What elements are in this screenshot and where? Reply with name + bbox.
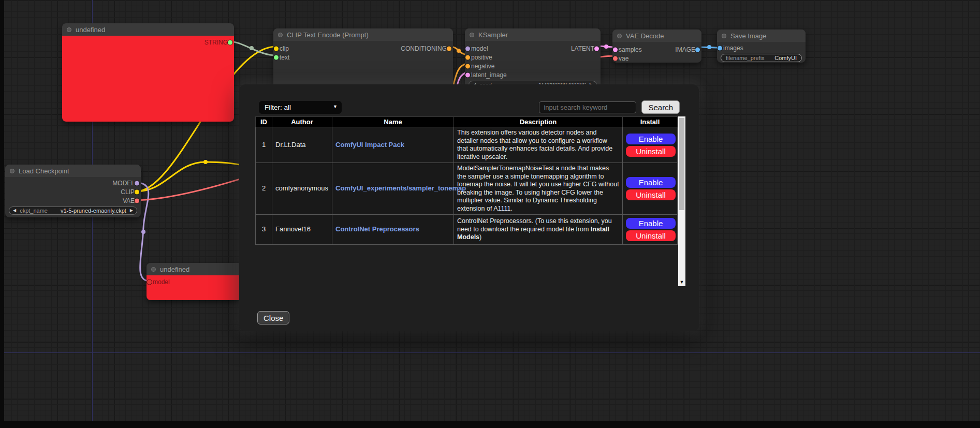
filename-prefix-label: filename_prefix <box>726 55 765 61</box>
output-label-string: STRING <box>204 39 228 46</box>
cell-author: Dr.Lt.Data <box>272 127 332 163</box>
column-header-author: Author <box>272 117 332 127</box>
table-scrollbar[interactable]: ▼ <box>678 116 685 286</box>
output-slot-clip[interactable] <box>135 189 139 194</box>
table-row: 3 Fannovel16 ControlNet Preprocessors Co… <box>256 215 678 245</box>
node-title: VAE Decode <box>626 32 664 40</box>
node-title: Save Image <box>730 32 766 40</box>
table-row: 2 comfyanonymous ComfyUI_experiments/sam… <box>256 163 678 215</box>
input-label-samples: samples <box>619 46 642 53</box>
node-undefined-bottom[interactable]: undefined model <box>147 263 242 300</box>
cell-description: This extension offers various detector n… <box>454 127 623 163</box>
next-arrow-icon[interactable]: ▶ <box>130 209 133 213</box>
input-label-model: model <box>153 278 170 286</box>
node-undefined-top[interactable]: undefined STRING <box>62 23 234 122</box>
output-slot-string[interactable] <box>228 40 232 45</box>
wire-dot <box>604 45 608 49</box>
cell-id: 3 <box>256 215 272 245</box>
output-slot-latent[interactable] <box>594 46 599 51</box>
output-slot-model[interactable] <box>135 181 139 185</box>
output-slot-conditioning[interactable] <box>447 46 451 51</box>
ckpt-name-label: ckpt_name <box>20 208 48 214</box>
enable-button[interactable]: Enable <box>626 134 676 144</box>
wire-dot <box>457 49 461 53</box>
scrollbar-thumb[interactable] <box>679 118 684 210</box>
column-header-name: Name <box>332 117 454 127</box>
filter-select[interactable]: Filter: all <box>259 101 342 114</box>
input-label-text: text <box>280 54 289 61</box>
close-button[interactable]: Close <box>257 311 289 324</box>
input-label-negative: negative <box>471 63 494 70</box>
node-title-bar[interactable]: KSampler <box>465 28 601 41</box>
node-collapse-dot[interactable] <box>470 33 474 37</box>
extension-link[interactable]: ComfyUI_experiments/sampler_tonemap <box>335 184 466 192</box>
node-graph-canvas[interactable]: undefined STRING CLIP Text Encode (Promp… <box>0 0 980 428</box>
node-collapse-dot[interactable] <box>617 34 622 38</box>
node-title: CLIP Text Encode (Prompt) <box>287 31 369 39</box>
wire-dot <box>707 45 711 49</box>
extension-link[interactable]: ComfyUI Impact Pack <box>335 141 404 149</box>
node-title-bar[interactable]: undefined <box>62 23 234 36</box>
input-slot-vae[interactable] <box>613 56 618 61</box>
uninstall-button[interactable]: Uninstall <box>626 230 676 241</box>
cell-description: ModelSamplerTonemapNoiseTest a node that… <box>454 163 623 215</box>
node-title-bar[interactable]: CLIP Text Encode (Prompt) <box>273 28 453 41</box>
input-slot-samples[interactable] <box>613 47 618 52</box>
search-button[interactable]: Search <box>641 100 680 114</box>
custom-nodes-manager-dialog: Filter: all ▼ Search ID Author Name Desc… <box>239 84 699 331</box>
input-slot-clip[interactable] <box>274 46 279 51</box>
canvas-bottom-edge <box>0 421 980 428</box>
output-label-latent: LATENT <box>571 45 594 52</box>
uninstall-button[interactable]: Uninstall <box>626 146 676 157</box>
cell-author: Fannovel16 <box>272 215 332 245</box>
output-label-conditioning: CONDITIONING <box>401 45 447 52</box>
node-collapse-dot[interactable] <box>10 169 14 173</box>
input-slot-model[interactable] <box>465 46 470 51</box>
ckpt-name-widget[interactable]: ◀ ckpt_name v1-5-pruned-emaonly.ckpt ▶ <box>9 206 137 215</box>
input-label-vae: vae <box>619 55 628 62</box>
wire-dot <box>250 46 254 50</box>
output-label-model: MODEL <box>112 180 135 187</box>
uninstall-button[interactable]: Uninstall <box>626 189 676 200</box>
input-slot-latent-image[interactable] <box>465 72 470 77</box>
node-title-bar[interactable]: Load Checkpoint <box>5 165 141 177</box>
table-row: 1 Dr.Lt.Data ComfyUI Impact Pack This ex… <box>256 127 678 163</box>
filename-prefix-widget[interactable]: filename_prefix ComfyUI <box>721 54 802 62</box>
input-slot-negative[interactable] <box>465 64 470 68</box>
node-title-bar[interactable]: undefined <box>147 263 242 275</box>
extensions-table: ID Author Name Description Install 1 Dr.… <box>255 116 678 245</box>
node-load-checkpoint[interactable]: Load Checkpoint MODEL CLIP VAE ◀ ckpt_na… <box>5 165 141 217</box>
node-collapse-dot[interactable] <box>278 33 283 37</box>
previous-arrow-icon[interactable]: ◀ <box>13 209 16 213</box>
node-collapse-dot[interactable] <box>722 34 726 38</box>
enable-button[interactable]: Enable <box>626 218 676 229</box>
ckpt-name-value: v1-5-pruned-emaonly.ckpt <box>61 208 126 214</box>
canvas-left-edge <box>0 0 4 428</box>
cell-id: 1 <box>256 127 272 163</box>
node-title: KSampler <box>478 31 508 39</box>
output-slot-image[interactable] <box>695 47 700 52</box>
input-slot-model[interactable] <box>147 279 152 284</box>
node-title-bar[interactable]: VAE Decode <box>612 29 701 42</box>
input-slot-text[interactable] <box>274 55 279 60</box>
scroll-down-arrow-icon[interactable]: ▼ <box>678 279 685 285</box>
node-collapse-dot[interactable] <box>67 27 71 32</box>
enable-button[interactable]: Enable <box>626 177 676 188</box>
output-label-image: IMAGE <box>675 46 695 53</box>
node-title: Load Checkpoint <box>19 167 69 175</box>
node-title-bar[interactable]: Save Image <box>717 29 806 42</box>
column-header-description: Description <box>454 117 623 127</box>
node-vae-decode[interactable]: VAE Decode samples IMAGE vae <box>612 29 701 63</box>
input-slot-images[interactable] <box>718 46 722 50</box>
node-save-image[interactable]: Save Image images filename_prefix ComfyU… <box>717 29 806 63</box>
column-header-id: ID <box>256 117 272 127</box>
filename-prefix-value: ComfyUI <box>774 55 797 61</box>
cell-description: ControlNet Preprocessors. (To use this e… <box>454 215 623 245</box>
input-label-model: model <box>471 45 488 52</box>
extension-link[interactable]: ControlNet Preprocessors <box>335 225 419 233</box>
input-slot-positive[interactable] <box>465 55 470 60</box>
cell-author: comfyanonymous <box>272 163 332 215</box>
node-collapse-dot[interactable] <box>151 267 156 272</box>
output-slot-vae[interactable] <box>135 198 139 203</box>
search-input[interactable] <box>539 101 636 113</box>
